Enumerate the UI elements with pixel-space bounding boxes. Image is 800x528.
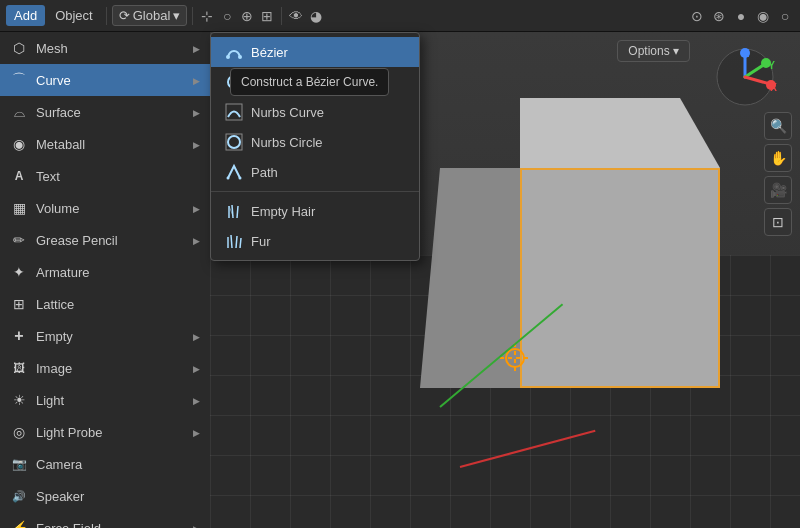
sidebar-item-light[interactable]: Light: [0, 384, 210, 416]
viewport-shading-icon[interactable]: ◕: [307, 7, 325, 25]
3d-cursor: [500, 343, 530, 373]
chevron-down-icon: ▾: [173, 8, 180, 23]
armature-icon: [10, 263, 28, 281]
pivot-icon[interactable]: ⊕: [238, 7, 256, 25]
shading-material-icon[interactable]: ◉: [754, 7, 772, 25]
sidebar-label-image: Image: [36, 361, 185, 376]
empty-arrow-icon: [193, 331, 200, 342]
render-region-button[interactable]: ⊡: [764, 208, 792, 236]
submenu-item-empty-hair[interactable]: Empty Hair: [211, 196, 419, 226]
sidebar-label-light-probe: Light Probe: [36, 425, 185, 440]
mesh-arrow-icon: [193, 43, 200, 54]
bezier-icon: [225, 43, 243, 61]
path-label: Path: [251, 165, 278, 180]
add-menu-button[interactable]: Add: [6, 5, 45, 26]
submenu-item-fur[interactable]: Fur: [211, 226, 419, 256]
mesh-icon: [10, 39, 28, 57]
top-toolbar: Add Object ⟳ Global ▾ ⊹ ○ ⊕ ⊞ 👁 ◕ ⊙ ⊛ ● …: [0, 0, 800, 32]
sidebar-label-text: Text: [36, 169, 200, 184]
fur-label: Fur: [251, 234, 271, 249]
empty-icon: [10, 327, 28, 345]
options-button[interactable]: Options ▾: [617, 40, 690, 62]
transform-orientation-dropdown[interactable]: ⟳ Global ▾: [112, 5, 188, 26]
metaball-arrow-icon: [193, 139, 200, 150]
gizmo-y-label: Y: [768, 60, 775, 71]
sidebar-label-volume: Volume: [36, 201, 185, 216]
sidebar-item-metaball[interactable]: Metaball: [0, 128, 210, 160]
object-menu-button[interactable]: Object: [47, 5, 101, 26]
svg-point-16: [239, 177, 242, 180]
sidebar-label-speaker: Speaker: [36, 489, 200, 504]
sidebar-label-lattice: Lattice: [36, 297, 200, 312]
3d-cube: [420, 108, 720, 388]
svg-line-23: [236, 236, 237, 248]
zoom-in-button[interactable]: 🔍: [764, 112, 792, 140]
empty-hair-label: Empty Hair: [251, 204, 315, 219]
nurbs-circle-icon: [225, 133, 243, 151]
sidebar-item-light-probe[interactable]: Light Probe: [0, 416, 210, 448]
sidebar-item-mesh[interactable]: Mesh: [0, 32, 210, 64]
sidebar-label-armature: Armature: [36, 265, 200, 280]
curve-icon: [10, 71, 28, 89]
sidebar-item-text[interactable]: Text: [0, 160, 210, 192]
sidebar-label-force-field: Force Field: [36, 521, 185, 529]
proportional-edit-icon[interactable]: ○: [218, 7, 236, 25]
sidebar-item-speaker[interactable]: Speaker: [0, 480, 210, 512]
svg-point-14: [228, 136, 240, 148]
add-menu-sidebar: Mesh Curve Surface Metaball Text Volume …: [0, 32, 210, 528]
gizmo-icon[interactable]: ⊛: [710, 7, 728, 25]
nurbs-curve-label: Nurbs Curve: [251, 105, 324, 120]
sidebar-label-metaball: Metaball: [36, 137, 185, 152]
svg-point-15: [227, 177, 230, 180]
sidebar-item-armature[interactable]: Armature: [0, 256, 210, 288]
transform-icon: ⟳: [119, 8, 130, 23]
submenu-item-nurbs-curve[interactable]: Nurbs Curve: [211, 97, 419, 127]
transform-gizmo-icon[interactable]: ⊞: [258, 7, 276, 25]
volume-icon: [10, 199, 28, 217]
cube-top-face: [520, 98, 720, 168]
submenu-item-bezier[interactable]: Bézier: [211, 37, 419, 67]
camera-view-button[interactable]: 🎥: [764, 176, 792, 204]
toolbar-separator-3: [281, 7, 282, 25]
bezier-label: Bézier: [251, 45, 288, 60]
sidebar-label-surface: Surface: [36, 105, 185, 120]
sidebar-item-volume[interactable]: Volume: [0, 192, 210, 224]
sidebar-item-curve[interactable]: Curve: [0, 64, 210, 96]
gizmo-x-label: X: [770, 82, 777, 93]
sidebar-item-lattice[interactable]: Lattice: [0, 288, 210, 320]
submenu-item-path[interactable]: Path: [211, 157, 419, 187]
sidebar-label-mesh: Mesh: [36, 41, 185, 56]
lightprobe-arrow-icon: [193, 427, 200, 438]
sidebar-item-force-field[interactable]: Force Field: [0, 512, 210, 528]
image-icon: [10, 359, 28, 377]
fur-icon: [225, 232, 243, 250]
path-icon: [225, 163, 243, 181]
shading-render-icon[interactable]: ○: [776, 7, 794, 25]
view-icon[interactable]: 👁: [287, 7, 305, 25]
speaker-icon: [10, 487, 28, 505]
empty-hair-icon: [225, 202, 243, 220]
toolbar-right-group: ⊙ ⊛ ● ◉ ○: [688, 7, 794, 25]
sidebar-item-camera[interactable]: Camera: [0, 448, 210, 480]
toolbar-separator-2: [192, 7, 193, 25]
grab-button[interactable]: ✋: [764, 144, 792, 172]
submenu-item-nurbs-circle[interactable]: Nurbs Circle: [211, 127, 419, 157]
cube-front-face: [520, 168, 720, 388]
metaball-icon: [10, 135, 28, 153]
sidebar-item-surface[interactable]: Surface: [0, 96, 210, 128]
nurbs-circle-label: Nurbs Circle: [251, 135, 323, 150]
bezier-tooltip: Construct a Bézier Curve.: [230, 68, 389, 96]
shading-solid-icon[interactable]: ●: [732, 7, 750, 25]
sidebar-item-image[interactable]: Image: [0, 352, 210, 384]
volume-arrow-icon: [193, 203, 200, 214]
sidebar-item-empty[interactable]: Empty: [0, 320, 210, 352]
sidebar-item-grease-pencil[interactable]: Grease Pencil: [0, 224, 210, 256]
light-icon: [10, 391, 28, 409]
svg-line-22: [231, 235, 232, 248]
toolbar-separator: [106, 7, 107, 25]
sidebar-label-light: Light: [36, 393, 185, 408]
viewport-tools: 🔍 ✋ 🎥 ⊡: [764, 112, 792, 236]
snap-icon[interactable]: ⊹: [198, 7, 216, 25]
overlay-icon[interactable]: ⊙: [688, 7, 706, 25]
viewport-gizmo[interactable]: Z Y X: [710, 42, 780, 112]
